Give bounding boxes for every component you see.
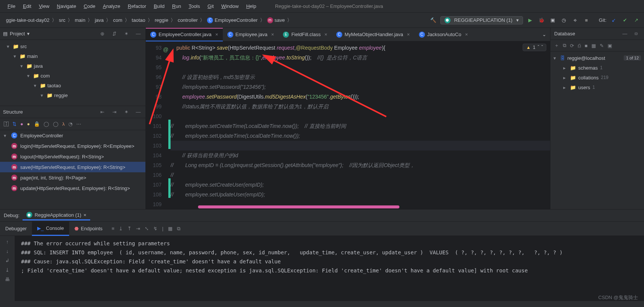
editor-tab[interactable]: EFieldFill.class×	[278, 28, 332, 41]
inherited-icon[interactable]: ◯	[44, 121, 49, 127]
expand-all-icon[interactable]: ⇵	[110, 30, 118, 38]
settings-icon[interactable]: ✶	[122, 108, 130, 116]
structure-method[interactable]: mlogout(HttpServletRequest): R<String>	[0, 151, 145, 162]
fields-icon[interactable]: ●	[27, 121, 30, 127]
editor-tab[interactable]: CJacksonAutoCo×	[414, 28, 473, 41]
refresh-icon[interactable]: ⟳	[570, 43, 574, 49]
database-tree[interactable]: ▾ 🗄 reggie@localhost 1 of 12 ▸📁schemas 1…	[550, 52, 644, 94]
menu-git[interactable]: Git	[204, 2, 218, 11]
close-icon[interactable]: ×	[215, 32, 218, 37]
prev-highlight-icon[interactable]: ˆ	[538, 45, 539, 50]
debug-tab-debugger[interactable]: Debugger	[0, 222, 32, 236]
breadcrumb-item[interactable]: ggie-take-out-day02	[4, 17, 52, 23]
debug-tab-endpoints[interactable]: ⬣ Endpoints	[69, 222, 108, 236]
scroll-end-icon[interactable]: ⤓	[5, 267, 9, 273]
layout-icon[interactable]: ▦	[168, 226, 172, 231]
breadcrumb-item[interactable]: src	[57, 17, 68, 23]
settings-icon[interactable]: ⧉	[177, 226, 180, 232]
horizontal-scrollbar[interactable]	[176, 205, 543, 208]
tree-folder[interactable]: ▾📁 taotao	[0, 81, 145, 90]
debug-session-tab[interactable]: ⬢ ReggieApplication (1) ×	[23, 210, 90, 220]
down-stack-icon[interactable]: ↓	[6, 248, 9, 254]
tree-folder[interactable]: ▾📁 reggie	[0, 90, 145, 100]
attach-button[interactable]: ⎆	[571, 16, 579, 24]
edit-icon[interactable]: ✎	[600, 43, 604, 49]
jump-to-query-icon[interactable]: ⎙	[578, 43, 581, 49]
stop-icon[interactable]: ■	[585, 43, 588, 49]
more-icon[interactable]: ⋯	[76, 121, 81, 127]
soft-wrap-icon[interactable]: ↲	[5, 258, 9, 263]
print-icon[interactable]: 🖶	[5, 277, 10, 282]
show-icon[interactable]: ◔	[68, 121, 73, 127]
menu-refactor[interactable]: Refactor	[124, 2, 150, 11]
debug-tab-console[interactable]: ▶_ Console	[32, 222, 69, 236]
structure-method[interactable]: msave(HttpServletRequest, Employee): R<S…	[0, 162, 145, 172]
menu-navigate[interactable]: Navigate	[53, 2, 80, 11]
step-out-icon[interactable]: ⤒	[127, 226, 132, 231]
settings-icon[interactable]: ⛭	[632, 30, 640, 38]
tree-folder[interactable]: ▾📁 src	[0, 41, 145, 51]
more-tabs-icon[interactable]: ⌄	[538, 32, 550, 37]
db-node[interactable]: ▸📁collations 219	[550, 73, 644, 82]
breadcrumb-item[interactable]: java	[92, 17, 106, 23]
structure-method[interactable]: mpage(int, int, String): R<Page>	[0, 172, 145, 183]
breadcrumb-item[interactable]: m save	[265, 17, 287, 23]
run-configuration-selector[interactable]: ⬢ REGGIEAPPLICATION (1) ▾	[440, 16, 523, 24]
close-icon[interactable]: ×	[324, 32, 327, 37]
filter-icon[interactable]: ▣	[608, 43, 612, 49]
git-push-icon[interactable]: ↗	[632, 16, 640, 24]
structure-method[interactable]: mupdate(HttpServletRequest, Employee): R…	[0, 183, 145, 193]
close-icon[interactable]: ×	[407, 32, 410, 37]
sort-icon[interactable]: 🄸	[4, 121, 9, 127]
menu-help[interactable]: Help	[242, 2, 260, 11]
expand-icon[interactable]: ⇥	[110, 108, 118, 116]
run-to-cursor-icon[interactable]: ⇥	[136, 226, 140, 231]
menu-code[interactable]: Code	[80, 2, 99, 11]
editor-tab[interactable]: CEmployeeController.java×	[146, 28, 223, 41]
stop-button[interactable]: ■	[582, 16, 591, 24]
add-datasource-icon[interactable]: ＋	[554, 42, 559, 49]
lambda-icon[interactable]: λ	[62, 121, 65, 127]
code-area[interactable]: public R<String> save(HttpServletRequest…	[171, 41, 550, 209]
inspection-widget[interactable]: ▲ 1 ˆ ˇ	[523, 44, 546, 51]
editor-tab[interactable]: CEmployee.java×	[223, 28, 279, 41]
breadcrumb-item[interactable]: controller	[175, 17, 200, 23]
project-tree[interactable]: ▾📁 src▾📁 main▾📁 java▾📁 com▾📁 taotao▾📁 re…	[0, 40, 145, 102]
lock-icon[interactable]: 🔒	[34, 121, 40, 127]
db-node[interactable]: ▸📁schemas 1	[550, 63, 644, 73]
build-icon[interactable]: 🔨	[429, 16, 437, 24]
filter-icon[interactable]: ⇅	[12, 121, 17, 127]
anonymous-icon[interactable]: ◯	[53, 121, 59, 127]
menu-file[interactable]: File	[4, 2, 19, 11]
tree-folder[interactable]: ▾📁 main	[0, 51, 145, 61]
editor-tab[interactable]: CMyMetaObjectHandler.java×	[332, 28, 414, 41]
code-editor[interactable]: 93@9495969798991001011021031041051061071…	[146, 41, 550, 209]
menu-window[interactable]: Window	[218, 2, 242, 11]
breadcrumb-item[interactable]: taotao	[130, 17, 148, 23]
step-over-icon[interactable]: ≡	[112, 226, 115, 231]
menu-analyze[interactable]: Analyze	[99, 2, 124, 11]
hide-icon[interactable]: —	[134, 30, 142, 38]
close-icon[interactable]: ×	[271, 32, 274, 37]
hide-icon[interactable]: —	[134, 108, 142, 116]
coverage-button[interactable]: ▣	[549, 16, 557, 24]
menu-view[interactable]: View	[35, 2, 53, 11]
up-stack-icon[interactable]: ↑	[6, 239, 9, 245]
tree-folder[interactable]: ▾📁 com	[0, 71, 145, 81]
breadcrumb-item[interactable]: com	[111, 17, 125, 23]
settings-icon[interactable]: ✶	[122, 30, 130, 38]
table-icon[interactable]: ▦	[591, 43, 596, 49]
git-commit-icon[interactable]: ✔	[621, 16, 629, 24]
breadcrumb-item[interactable]: main	[73, 17, 88, 23]
hide-icon[interactable]: —	[621, 30, 629, 38]
menu-edit[interactable]: Edit	[19, 2, 35, 11]
menu-build[interactable]: Build	[150, 2, 168, 11]
structure-list[interactable]: ▾ C EmployeeController mlogin(HttpServle…	[0, 130, 145, 193]
console-output[interactable]: ### The error occurred while setting par…	[15, 236, 644, 301]
select-opened-file-icon[interactable]: ⊕	[98, 30, 106, 38]
breadcrumb-item[interactable]: reggie	[153, 17, 171, 23]
menu-tools[interactable]: Tools	[185, 2, 204, 11]
close-icon[interactable]: ×	[465, 32, 468, 37]
|-icon[interactable]: |	[162, 226, 163, 231]
git-update-icon[interactable]: ↙	[609, 16, 618, 24]
